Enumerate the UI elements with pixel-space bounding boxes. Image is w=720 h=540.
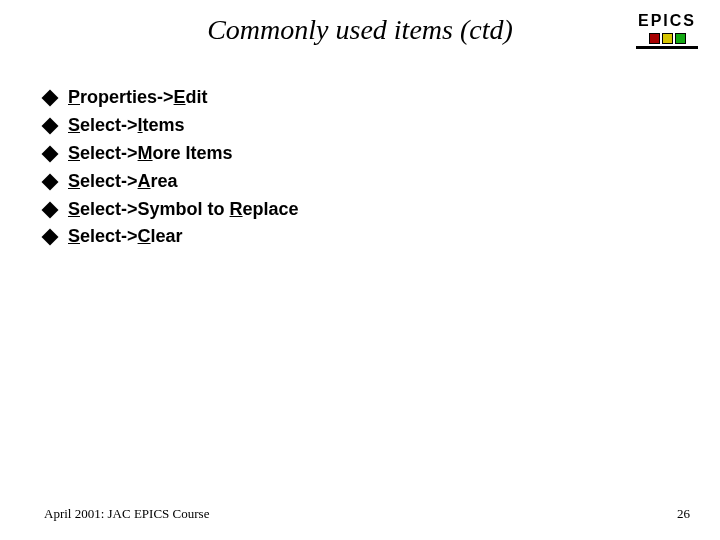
slide-footer: April 2001: JAC EPICS Course 26 — [0, 506, 720, 522]
list-item: Properties->Edit — [44, 84, 720, 112]
list-item-text: Select->Clear — [68, 223, 183, 251]
diamond-bullet-icon — [42, 229, 59, 246]
slide-header: Commonly used items (ctd) EPICS — [0, 0, 720, 70]
diamond-bullet-icon — [42, 173, 59, 190]
epics-logo-text: EPICS — [636, 12, 698, 30]
epics-logo-squares — [636, 33, 698, 44]
footer-page-number: 26 — [677, 506, 690, 522]
slide-content: Properties->EditSelect->ItemsSelect->Mor… — [0, 70, 720, 251]
list-item-text: Select->Items — [68, 112, 185, 140]
list-item-text: Properties->Edit — [68, 84, 208, 112]
logo-square-icon — [649, 33, 660, 44]
footer-left: April 2001: JAC EPICS Course — [44, 506, 209, 522]
diamond-bullet-icon — [42, 145, 59, 162]
list-item: Select->Items — [44, 112, 720, 140]
list-item: Select->Clear — [44, 223, 720, 251]
list-item-text: Select->Symbol to Replace — [68, 196, 299, 224]
slide-title: Commonly used items (ctd) — [207, 14, 513, 46]
epics-logo: EPICS — [636, 12, 698, 49]
list-item: Select->More Items — [44, 140, 720, 168]
diamond-bullet-icon — [42, 117, 59, 134]
diamond-bullet-icon — [42, 201, 59, 218]
list-item: Select->Symbol to Replace — [44, 196, 720, 224]
diamond-bullet-icon — [42, 89, 59, 106]
list-item-text: Select->More Items — [68, 140, 233, 168]
logo-square-icon — [662, 33, 673, 44]
list-item-text: Select->Area — [68, 168, 178, 196]
epics-logo-underline — [636, 46, 698, 49]
logo-square-icon — [675, 33, 686, 44]
bullet-list: Properties->EditSelect->ItemsSelect->Mor… — [44, 84, 720, 251]
list-item: Select->Area — [44, 168, 720, 196]
